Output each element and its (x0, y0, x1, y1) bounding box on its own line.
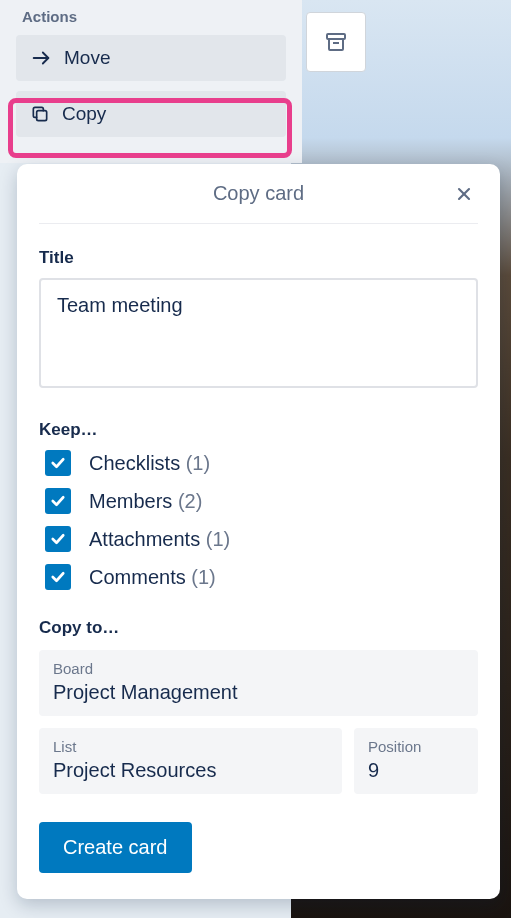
keep-label: Keep… (39, 420, 478, 440)
keep-attachments-label: Attachments (1) (89, 528, 230, 551)
copy-to-label: Copy to… (39, 618, 478, 638)
keep-members-row: Members (2) (39, 488, 478, 514)
keep-attachments-checkbox[interactable] (45, 526, 71, 552)
copy-card-modal: Copy card Title Keep… Checklists (1) (17, 164, 500, 899)
board-sublabel: Board (53, 660, 464, 677)
actions-sidebar: Actions Move Copy (0, 0, 302, 163)
checkmark-icon (49, 454, 67, 472)
arrow-right-icon (30, 47, 52, 69)
keep-checklist: Checklists (1) Members (2) Attachments (… (39, 450, 478, 590)
keep-members-checkbox[interactable] (45, 488, 71, 514)
keep-comments-checkbox[interactable] (45, 564, 71, 590)
svg-rect-4 (37, 111, 47, 121)
move-button[interactable]: Move (16, 35, 286, 81)
keep-attachments-row: Attachments (1) (39, 526, 478, 552)
title-input[interactable] (39, 278, 478, 388)
checkmark-icon (49, 568, 67, 586)
copy-icon (30, 104, 50, 124)
modal-title: Copy card (213, 182, 304, 205)
board-value: Project Management (53, 681, 464, 704)
position-sublabel: Position (368, 738, 464, 755)
archive-icon (306, 12, 366, 72)
move-label: Move (64, 47, 110, 69)
create-card-button[interactable]: Create card (39, 822, 192, 873)
list-position-row: List Project Resources Position 9 (39, 728, 478, 794)
list-sublabel: List (53, 738, 328, 755)
copy-button[interactable]: Copy (16, 91, 286, 137)
keep-checklists-row: Checklists (1) (39, 450, 478, 476)
copy-label: Copy (62, 103, 106, 125)
keep-checklists-label: Checklists (1) (89, 452, 210, 475)
keep-checklists-checkbox[interactable] (45, 450, 71, 476)
modal-header: Copy card (39, 182, 478, 224)
close-icon (454, 184, 474, 204)
svg-rect-1 (329, 39, 343, 50)
close-button[interactable] (450, 180, 478, 208)
title-label: Title (39, 248, 478, 268)
checkmark-icon (49, 530, 67, 548)
keep-members-label: Members (2) (89, 490, 202, 513)
list-value: Project Resources (53, 759, 328, 782)
board-select[interactable]: Board Project Management (39, 650, 478, 716)
position-value: 9 (368, 759, 464, 782)
checkmark-icon (49, 492, 67, 510)
position-select[interactable]: Position 9 (354, 728, 478, 794)
keep-comments-row: Comments (1) (39, 564, 478, 590)
list-select[interactable]: List Project Resources (39, 728, 342, 794)
keep-comments-label: Comments (1) (89, 566, 216, 589)
actions-heading: Actions (16, 8, 286, 25)
